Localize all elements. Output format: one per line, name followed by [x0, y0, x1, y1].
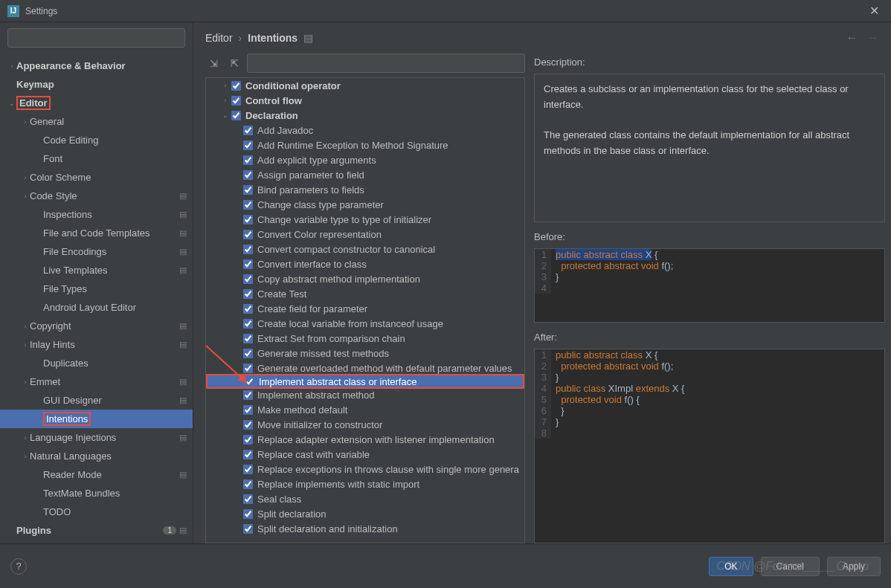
intention-checkbox[interactable]	[243, 185, 253, 195]
sidebar-item-live-templates[interactable]: Live Templates▤	[0, 261, 193, 280]
intention-replace-adapter-extension-with-listener-[interactable]: Replace adapter extension with listener …	[206, 432, 524, 447]
intention-checkbox[interactable]	[243, 405, 253, 415]
intention-checkbox[interactable]	[243, 289, 253, 299]
intention-generate-missed-test-methods[interactable]: Generate missed test methods	[206, 346, 524, 361]
intention-checkbox[interactable]	[243, 465, 253, 474]
sidebar-item-font[interactable]: Font	[0, 149, 193, 168]
sidebar-item-code-style[interactable]: ›Code Style▤	[0, 187, 193, 205]
breadcrumb-editor[interactable]: Editor	[205, 32, 233, 44]
intention-replace-implements-with-static-import[interactable]: Replace implements with static import	[206, 476, 524, 491]
sidebar-item-general[interactable]: ›General	[0, 112, 193, 131]
cancel-button[interactable]: Cancel	[761, 557, 820, 576]
intention-change-variable-type-to-type-of-initiali[interactable]: Change variable type to type of initiali…	[206, 212, 524, 227]
intention-assign-parameter-to-field[interactable]: Assign parameter to field	[206, 167, 524, 182]
sidebar-item-file-encodings[interactable]: File Encodings▤	[0, 242, 193, 261]
intention-add-runtime-exception-to-method-signatur[interactable]: Add Runtime Exception to Method Signatur…	[206, 138, 524, 152]
sidebar-item-intentions[interactable]: Intentions	[0, 410, 193, 428]
intention-create-test[interactable]: Create Test	[206, 286, 524, 301]
intention-checkbox[interactable]	[243, 170, 253, 180]
intention-replace-cast-with-variable[interactable]: Replace cast with variable	[206, 447, 524, 462]
sidebar-item-reader-mode[interactable]: Reader Mode▤	[0, 465, 193, 484]
intention-checkbox[interactable]	[243, 230, 253, 239]
nav-forward-icon[interactable]: →	[867, 31, 879, 44]
intention-checkbox[interactable]	[243, 319, 253, 329]
intention-checkbox[interactable]	[243, 524, 253, 534]
intention-add-javadoc[interactable]: Add Javadoc	[206, 123, 524, 138]
intention-replace-exceptions-in-throws-clause-with[interactable]: Replace exceptions in throws clause with…	[206, 462, 524, 476]
intention-move-initializer-to-constructor[interactable]: Move initializer to constructor	[206, 417, 524, 432]
apply-button[interactable]: Apply	[827, 557, 881, 576]
intention-add-explicit-type-arguments[interactable]: Add explicit type arguments	[206, 152, 524, 167]
intention-create-local-variable-from-instanceof-us[interactable]: Create local variable from instanceof us…	[206, 316, 524, 331]
sidebar-item-emmet[interactable]: ›Emmet▤	[0, 372, 193, 391]
intention-conditional-operator[interactable]: ›Conditional operator	[206, 78, 524, 93]
intention-extract-set-from-comparison-chain[interactable]: Extract Set from comparison chain	[206, 331, 524, 346]
intention-checkbox[interactable]	[243, 479, 253, 489]
sidebar-item-duplicates[interactable]: Duplicates	[0, 354, 193, 372]
sidebar-item-inlay-hints[interactable]: ›Inlay Hints▤	[0, 335, 193, 354]
intention-checkbox[interactable]	[231, 96, 241, 106]
intention-checkbox[interactable]	[243, 349, 253, 358]
sidebar-item-color-scheme[interactable]: ›Color Scheme	[0, 168, 193, 187]
intention-control-flow[interactable]: ›Control flow	[206, 93, 524, 108]
intention-checkbox[interactable]	[243, 304, 253, 314]
intention-seal-class[interactable]: Seal class	[206, 491, 524, 506]
sidebar-item-todo[interactable]: TODO	[0, 503, 193, 521]
intention-checkbox[interactable]	[243, 334, 253, 343]
sidebar-item-textmate-bundles[interactable]: TextMate Bundles	[0, 484, 193, 503]
intention-checkbox[interactable]	[231, 111, 241, 120]
sidebar-item-copyright[interactable]: ›Copyright▤	[0, 317, 193, 335]
intention-checkbox[interactable]	[243, 435, 253, 445]
sidebar-item-version-control[interactable]: ›Version Control▤	[0, 540, 193, 543]
intention-convert-interface-to-class[interactable]: Convert interface to class	[206, 256, 524, 271]
sidebar-search-input[interactable]	[7, 28, 185, 48]
intention-checkbox[interactable]	[243, 420, 253, 430]
collapse-all-icon[interactable]: ⇱	[226, 55, 242, 71]
intention-declaration[interactable]: ⌄Declaration	[206, 108, 524, 123]
intention-checkbox[interactable]	[243, 245, 253, 254]
intention-list[interactable]: ›Conditional operator›Control flow⌄Decla…	[205, 77, 525, 543]
intention-bind-parameters-to-fields[interactable]: Bind parameters to fields	[206, 182, 524, 197]
sidebar-item-file-and-code-templates[interactable]: File and Code Templates▤	[0, 224, 193, 242]
sidebar-item-android-layout-editor[interactable]: Android Layout Editor	[0, 298, 193, 317]
intention-convert-color-representation[interactable]: Convert Color representation	[206, 227, 524, 242]
intention-create-field-for-parameter[interactable]: Create field for parameter	[206, 301, 524, 316]
intention-copy-abstract-method-implementation[interactable]: Copy abstract method implementation	[206, 271, 524, 286]
sidebar-item-editor[interactable]: ⌄Editor	[0, 94, 193, 112]
ok-button[interactable]: OK	[709, 557, 753, 576]
sidebar-item-gui-designer[interactable]: GUI Designer▤	[0, 391, 193, 410]
nav-back-icon[interactable]: ←	[846, 31, 858, 44]
intention-make-method-default[interactable]: Make method default	[206, 402, 524, 417]
sidebar-item-code-editing[interactable]: Code Editing	[0, 131, 193, 149]
intention-checkbox[interactable]	[243, 390, 253, 400]
sidebar-item-language-injections[interactable]: ›Language Injections▤	[0, 428, 193, 447]
sidebar-item-keymap[interactable]: Keymap	[0, 75, 193, 94]
intention-implement-abstract-class-or-interface[interactable]: Implement abstract class or interface	[206, 374, 524, 389]
sidebar-item-file-types[interactable]: File Types	[0, 280, 193, 298]
expand-all-icon[interactable]: ⇲	[205, 55, 222, 71]
intention-checkbox[interactable]	[243, 364, 253, 373]
intention-change-class-type-parameter[interactable]: Change class type parameter	[206, 197, 524, 212]
intention-checkbox[interactable]	[243, 509, 253, 519]
intention-checkbox[interactable]	[243, 155, 253, 165]
intention-generate-overloaded-method-with-default-[interactable]: Generate overloaded method with default …	[206, 361, 524, 375]
intention-checkbox[interactable]	[243, 450, 253, 459]
intention-search-input[interactable]	[247, 54, 525, 73]
intention-checkbox[interactable]	[243, 200, 253, 210]
sidebar-item-natural-languages[interactable]: ›Natural Languages	[0, 447, 193, 465]
sidebar-item-appearance-behavior[interactable]: ›Appearance & Behavior	[0, 56, 193, 75]
intention-checkbox[interactable]	[243, 126, 253, 135]
help-button[interactable]: ?	[10, 558, 27, 575]
intention-checkbox[interactable]	[245, 377, 254, 387]
sidebar-item-plugins[interactable]: Plugins1▤	[0, 521, 193, 540]
intention-checkbox[interactable]	[243, 140, 253, 150]
close-icon[interactable]: ✕	[865, 4, 884, 18]
intention-split-declaration-and-initialization[interactable]: Split declaration and initialization	[206, 521, 524, 536]
intention-checkbox[interactable]	[243, 259, 253, 269]
intention-checkbox[interactable]	[231, 81, 241, 91]
intention-split-declaration[interactable]: Split declaration	[206, 506, 524, 521]
intention-convert-compact-constructor-to-canonical[interactable]: Convert compact constructor to canonical	[206, 242, 524, 256]
intention-implement-abstract-method[interactable]: Implement abstract method	[206, 387, 524, 402]
intention-checkbox[interactable]	[243, 274, 253, 284]
intention-checkbox[interactable]	[243, 215, 253, 224]
